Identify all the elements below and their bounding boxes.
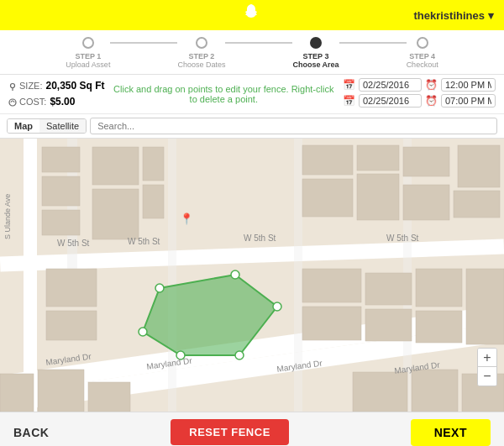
search-input[interactable] xyxy=(90,118,497,134)
step-3: STEP 3 Choose Area xyxy=(292,37,339,69)
map-toggle: Map Satellite xyxy=(7,118,87,134)
step-2-num: STEP 2 xyxy=(177,52,225,60)
svg-rect-20 xyxy=(302,179,353,217)
svg-rect-22 xyxy=(357,174,399,220)
svg-rect-26 xyxy=(454,191,500,218)
zoom-controls: + − xyxy=(477,348,497,386)
step-2-circle xyxy=(196,37,207,49)
fence-point[interactable] xyxy=(235,351,244,359)
svg-rect-37 xyxy=(38,370,84,412)
calendar-icon-1: 📅 xyxy=(343,79,355,91)
svg-rect-36 xyxy=(0,374,34,412)
size-cost-panel: SIZE: 20,350 Sq Ft COST: $5.00 xyxy=(8,78,105,110)
map-btn[interactable]: Map xyxy=(8,119,39,133)
footer: BACK RESET FENCE NEXT xyxy=(0,412,504,446)
info-bar: SIZE: 20,350 Sq Ft COST: $5.00 Click and… xyxy=(0,75,504,114)
app-header: thekristihines ▾ xyxy=(0,0,504,30)
date-row-2: 📅 ⏰ xyxy=(343,94,496,108)
map-streets-svg: W 5th St W 5th St W 5th St W 5th St Mary… xyxy=(0,139,504,412)
svg-rect-34 xyxy=(416,311,462,343)
street-label-w5th-4: W 5th St xyxy=(386,233,419,243)
step-2-name: Choose Dates xyxy=(177,60,225,69)
fence-point[interactable] xyxy=(139,328,147,336)
step-1-num: STEP 1 xyxy=(66,52,110,60)
time-input-2[interactable] xyxy=(441,94,496,108)
step-4-name: Checkout xyxy=(407,60,438,69)
svg-rect-19 xyxy=(302,145,353,175)
svg-rect-17 xyxy=(143,147,164,181)
svg-rect-39 xyxy=(353,372,407,412)
step-1: STEP 1 Upload Asset xyxy=(66,37,110,69)
fence-point[interactable] xyxy=(231,270,239,279)
svg-rect-35 xyxy=(466,269,504,344)
step-2: STEP 2 Choose Dates xyxy=(177,37,225,69)
cost-label: COST: xyxy=(8,95,46,110)
username-label: thekristihines xyxy=(413,9,485,22)
svg-rect-12 xyxy=(42,147,80,172)
svg-rect-9 xyxy=(168,139,176,412)
snapchat-logo xyxy=(242,3,262,28)
svg-rect-18 xyxy=(143,185,164,218)
cost-value: $5.00 xyxy=(50,94,75,110)
size-label: SIZE: xyxy=(8,79,43,94)
step-4-num: STEP 4 xyxy=(407,52,438,60)
step-4: STEP 4 Checkout xyxy=(407,37,438,69)
date-row-1: 📅 ⏰ xyxy=(343,78,496,92)
location-icon xyxy=(8,82,17,91)
street-label-ulande: S Ulande Ave xyxy=(3,194,12,239)
step-3-name: Choose Area xyxy=(292,60,339,69)
refresh-icon xyxy=(8,98,17,107)
clock-icon-2: ⏰ xyxy=(425,95,438,107)
step-line-3 xyxy=(339,42,407,44)
step-3-circle xyxy=(310,37,322,49)
svg-rect-30 xyxy=(302,307,361,340)
svg-rect-24 xyxy=(458,145,500,187)
back-button[interactable]: BACK xyxy=(13,426,49,439)
clock-icon-1: ⏰ xyxy=(425,79,438,91)
street-label-w5th-2: W 5th St xyxy=(128,237,160,246)
svg-rect-28 xyxy=(46,311,97,340)
user-menu[interactable]: thekristihines ▾ xyxy=(413,9,494,22)
calendar-icon-2: 📅 xyxy=(343,95,355,107)
step-4-circle xyxy=(417,37,428,49)
svg-rect-7 xyxy=(24,139,37,412)
svg-rect-33 xyxy=(365,309,412,341)
size-value: 20,350 Sq Ft xyxy=(46,78,105,94)
reset-fence-button[interactable]: RESET FENCE xyxy=(171,419,289,445)
street-label-w5th-1: W 5th St xyxy=(57,239,90,248)
map-area[interactable]: W 5th St W 5th St W 5th St W 5th St Mary… xyxy=(0,139,504,412)
svg-rect-23 xyxy=(403,147,449,176)
fence-point[interactable] xyxy=(273,302,281,311)
step-1-name: Upload Asset xyxy=(66,60,110,69)
zoom-in-button[interactable]: + xyxy=(478,349,496,367)
svg-rect-21 xyxy=(357,145,399,171)
date-input-2[interactable] xyxy=(359,94,422,108)
svg-point-2 xyxy=(9,99,16,106)
step-line-1 xyxy=(110,42,177,44)
step-line-2 xyxy=(225,42,292,44)
date-input-1[interactable] xyxy=(359,78,422,92)
time-input-1[interactable] xyxy=(441,78,496,92)
date-time-container: 📅 ⏰ 📅 ⏰ xyxy=(343,78,496,108)
svg-point-0 xyxy=(11,83,15,87)
fence-point[interactable] xyxy=(155,284,164,292)
steps-bar: STEP 1 Upload Asset STEP 2 Choose Dates … xyxy=(0,30,504,75)
svg-rect-29 xyxy=(302,269,361,302)
zoom-out-button[interactable]: − xyxy=(478,367,496,386)
map-pin-icon: 📍 xyxy=(180,212,194,226)
svg-rect-32 xyxy=(416,269,462,307)
user-dropdown-icon: ▾ xyxy=(488,9,494,22)
svg-rect-13 xyxy=(42,176,80,206)
svg-rect-40 xyxy=(412,370,458,412)
size-row: SIZE: 20,350 Sq Ft xyxy=(8,78,105,94)
svg-rect-27 xyxy=(46,269,97,307)
satellite-btn[interactable]: Satellite xyxy=(39,119,86,133)
cost-row: COST: $5.00 xyxy=(8,94,105,110)
svg-rect-38 xyxy=(88,382,130,412)
svg-rect-14 xyxy=(42,210,80,235)
next-button[interactable]: NEXT xyxy=(411,419,491,446)
step-1-circle xyxy=(82,37,94,49)
hint-text: Click and drag on points to edit your fe… xyxy=(105,82,343,106)
map-controls: Map Satellite xyxy=(0,114,504,139)
svg-rect-16 xyxy=(92,189,139,239)
